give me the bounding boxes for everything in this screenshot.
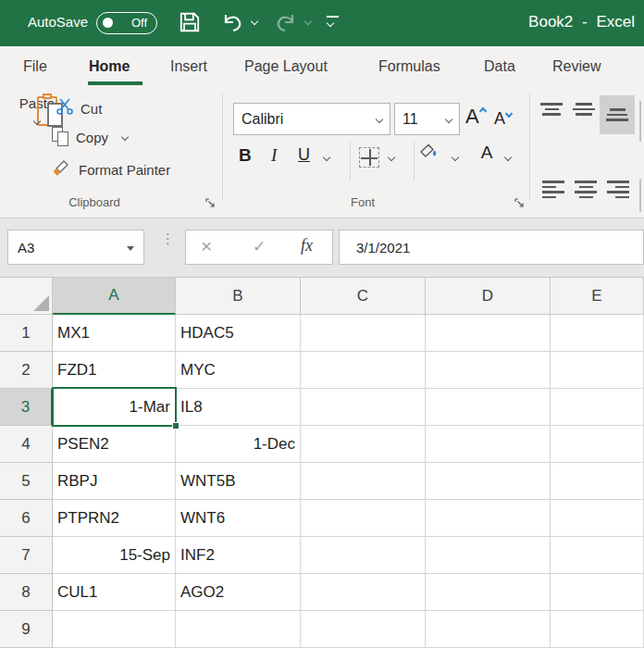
column-header-C[interactable]: C <box>301 278 426 315</box>
font-color-chevron-icon[interactable] <box>504 154 512 161</box>
cell-D7[interactable] <box>426 537 551 574</box>
cell-E4[interactable] <box>551 426 644 463</box>
tab-file[interactable]: File <box>23 58 47 75</box>
cell-A1[interactable]: MX1 <box>53 315 176 352</box>
font-size-chevron-icon[interactable] <box>445 116 452 123</box>
cell-C7[interactable] <box>301 537 426 574</box>
column-header-D[interactable]: D <box>426 278 551 315</box>
cell-A8[interactable]: CUL1 <box>53 574 176 611</box>
tab-formulas[interactable]: Formulas <box>378 58 440 75</box>
font-name-chevron-icon[interactable] <box>376 116 383 123</box>
borders-chevron-icon[interactable] <box>388 154 395 161</box>
enter-icon[interactable]: ✓ <box>253 237 266 256</box>
column-header-B[interactable]: B <box>176 278 301 315</box>
cell-E1[interactable] <box>551 315 644 352</box>
cell-C5[interactable] <box>301 463 426 500</box>
align-right-button[interactable] <box>607 181 629 198</box>
copy-button[interactable]: Copy <box>52 127 128 147</box>
row-header-5[interactable]: 5 <box>0 463 53 500</box>
row-header-6[interactable]: 6 <box>0 500 53 537</box>
cell-E2[interactable] <box>551 352 644 389</box>
tab-data[interactable]: Data <box>484 58 515 75</box>
cell-A3[interactable]: 1-Mar <box>53 389 176 426</box>
font-dialog-launcher-icon[interactable] <box>514 195 526 206</box>
cell-E7[interactable] <box>551 537 644 574</box>
cell-B9[interactable] <box>176 611 301 648</box>
autosave-toggle[interactable]: Off <box>96 12 157 34</box>
cell-C1[interactable] <box>301 315 426 352</box>
cell-B7[interactable]: INF2 <box>176 537 301 574</box>
customize-quick-access-icon[interactable] <box>326 16 339 26</box>
cell-A9[interactable] <box>53 611 176 648</box>
cell-C8[interactable] <box>301 574 426 611</box>
font-size-select[interactable]: 11 <box>394 103 460 135</box>
align-top-button[interactable] <box>540 103 563 116</box>
row-header-9[interactable]: 9 <box>0 611 53 648</box>
cell-B6[interactable]: WNT6 <box>176 500 301 537</box>
copy-chevron-icon[interactable] <box>121 133 129 141</box>
fill-color-chevron-icon[interactable] <box>452 154 459 161</box>
formula-bar-drag-handle[interactable]: ⋮ <box>161 234 168 243</box>
align-center-button[interactable] <box>575 181 597 198</box>
clipboard-dialog-launcher-icon[interactable] <box>205 195 217 206</box>
insert-function-icon[interactable]: fx <box>301 236 313 255</box>
align-bottom-button[interactable] <box>600 95 635 134</box>
cell-D2[interactable] <box>426 352 551 389</box>
tab-insert[interactable]: Insert <box>170 58 207 75</box>
cell-D9[interactable] <box>426 611 551 648</box>
fill-color-button[interactable] <box>420 143 440 168</box>
font-color-button[interactable]: A <box>476 143 498 168</box>
italic-button[interactable]: I <box>271 145 277 166</box>
name-box-dropdown-icon[interactable] <box>127 246 134 251</box>
formula-input[interactable]: 3/1/2021 <box>339 230 644 265</box>
underline-chevron-icon[interactable] <box>323 154 330 161</box>
cell-B3[interactable]: IL8 <box>176 389 301 426</box>
cell-E6[interactable] <box>551 500 644 537</box>
cell-E5[interactable] <box>551 463 644 500</box>
underline-button[interactable]: U <box>298 145 310 165</box>
cell-A7[interactable]: 15-Sep <box>53 537 176 574</box>
cell-E8[interactable] <box>551 574 644 611</box>
cell-B4[interactable]: 1-Dec <box>176 426 301 463</box>
cell-A4[interactable]: PSEN2 <box>53 426 176 463</box>
cell-B5[interactable]: WNT5B <box>176 463 301 500</box>
cell-C6[interactable] <box>301 500 426 537</box>
cell-D3[interactable] <box>426 389 551 426</box>
cell-D8[interactable] <box>426 574 551 611</box>
align-middle-button[interactable] <box>573 103 595 116</box>
undo-chevron-icon[interactable] <box>251 18 258 25</box>
format-painter-button[interactable]: Format Painter <box>52 158 170 181</box>
row-header-7[interactable]: 7 <box>0 537 53 574</box>
save-icon[interactable] <box>178 10 202 38</box>
undo-icon[interactable] <box>220 12 244 38</box>
tab-review[interactable]: Review <box>552 58 601 75</box>
decrease-font-size-button[interactable]: A <box>494 109 511 129</box>
cell-A2[interactable]: FZD1 <box>53 352 176 389</box>
cell-B8[interactable]: AGO2 <box>176 574 301 611</box>
cell-B2[interactable]: MYC <box>176 352 301 389</box>
cell-C4[interactable] <box>301 426 426 463</box>
row-header-2[interactable]: 2 <box>0 352 53 389</box>
cell-D1[interactable] <box>426 315 551 352</box>
column-header-E[interactable]: E <box>551 278 644 315</box>
name-box[interactable]: A3 <box>7 230 144 265</box>
cell-C9[interactable] <box>301 611 426 648</box>
select-all-corner[interactable] <box>0 278 53 315</box>
bold-button[interactable]: B <box>239 145 252 166</box>
cell-A6[interactable]: PTPRN2 <box>53 500 176 537</box>
cell-A5[interactable]: RBPJ <box>53 463 176 500</box>
cut-button[interactable]: Cut <box>56 97 102 119</box>
row-header-4[interactable]: 4 <box>0 426 53 463</box>
row-header-8[interactable]: 8 <box>0 574 53 611</box>
column-header-A[interactable]: A <box>53 278 176 315</box>
cell-E3[interactable] <box>551 389 644 426</box>
increase-font-size-button[interactable]: A <box>465 105 485 129</box>
borders-button[interactable] <box>359 147 379 168</box>
cell-C3[interactable] <box>301 389 426 426</box>
cell-C2[interactable] <box>301 352 426 389</box>
cell-D5[interactable] <box>426 463 551 500</box>
font-name-select[interactable]: Calibri <box>233 103 390 135</box>
cancel-icon[interactable]: × <box>201 235 212 257</box>
cell-D4[interactable] <box>426 426 551 463</box>
cell-D6[interactable] <box>426 500 551 537</box>
